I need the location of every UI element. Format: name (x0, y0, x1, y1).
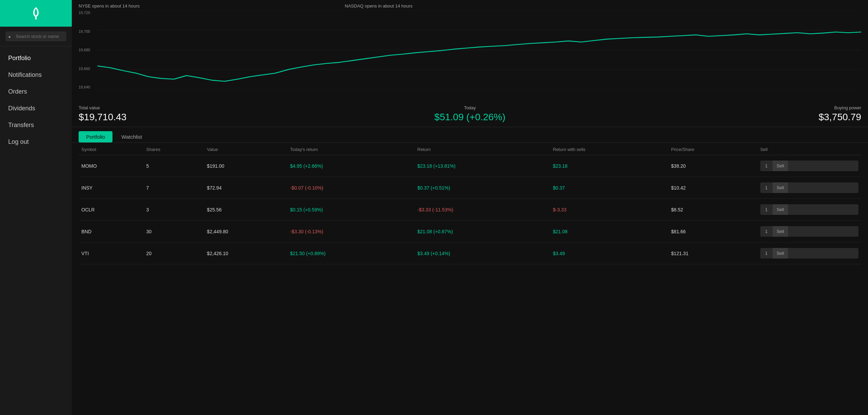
sell-control[interactable]: Sell (760, 226, 858, 237)
cell-shares: 3 (144, 199, 204, 221)
cell-value: $191.00 (204, 155, 287, 177)
cell-symbol: INSY (79, 177, 144, 199)
sell-button[interactable]: Sell (773, 226, 788, 237)
col-value: Value (204, 143, 287, 155)
cell-sell[interactable]: Sell (758, 243, 861, 264)
cell-return-with-sells: $23.18 (550, 155, 668, 177)
col-price-share: Price/Share (668, 143, 758, 155)
sell-quantity-input[interactable] (760, 226, 773, 237)
cell-return: $3.49 (+0.14%) (415, 243, 550, 264)
cell-value: $2,449.80 (204, 221, 287, 243)
sell-control[interactable]: Sell (760, 248, 858, 259)
sell-quantity-input[interactable] (760, 248, 773, 259)
col-return: Return (415, 143, 550, 155)
cell-sell[interactable]: Sell (758, 155, 861, 177)
cell-return-with-sells: $-3.33 (550, 199, 668, 221)
today-value: $51.09 (+0.26%) (339, 112, 600, 123)
cell-symbol: MOMO (79, 155, 144, 177)
chart-container: 19,720 19,700 19,680 19,660 19,640 (79, 11, 861, 89)
cell-today-return: -$3.30 (-0.13%) (287, 221, 414, 243)
buying-power-value: $3,750.79 (600, 112, 861, 123)
cell-symbol: VTI (79, 243, 144, 264)
sell-control[interactable]: Sell (760, 182, 858, 193)
col-symbol: Symbol (79, 143, 144, 155)
cell-return: $21.08 (+0.87%) (415, 221, 550, 243)
sell-quantity-input[interactable] (760, 204, 773, 215)
main-content: NYSE opens in about 14 hours NASDAQ open… (72, 0, 868, 415)
logo (0, 0, 72, 27)
today-label: Today (339, 105, 600, 110)
cell-price-share: $81.66 (668, 221, 758, 243)
portfolio-table-wrap: Symbol Shares Value Today's return Retur… (72, 143, 868, 415)
cell-price-share: $121.31 (668, 243, 758, 264)
y-label-1: 19,700 (79, 29, 97, 33)
sell-button[interactable]: Sell (773, 248, 788, 259)
cell-symbol: OCLR (79, 199, 144, 221)
sell-quantity-input[interactable] (760, 182, 773, 193)
sell-control[interactable]: Sell (760, 204, 858, 215)
sell-button[interactable]: Sell (773, 204, 788, 215)
search-icon: ● (8, 34, 11, 39)
cell-return: -$3.33 (-11.53%) (415, 199, 550, 221)
sell-button[interactable]: Sell (773, 182, 788, 193)
y-label-4: 19,640 (79, 85, 97, 89)
today-block: Today $51.09 (+0.26%) (339, 105, 600, 123)
cell-value: $2,426.10 (204, 243, 287, 264)
cell-sell[interactable]: Sell (758, 221, 861, 243)
cell-shares: 7 (144, 177, 204, 199)
cell-shares: 20 (144, 243, 204, 264)
sell-button[interactable]: Sell (773, 161, 788, 171)
cell-price-share: $38.20 (668, 155, 758, 177)
market-status: NYSE opens in about 14 hours NASDAQ open… (79, 3, 861, 9)
cell-today-return: $21.50 (+0.89%) (287, 243, 414, 264)
cell-symbol: BND (79, 221, 144, 243)
sell-control[interactable]: Sell (760, 161, 858, 171)
cell-value: $72.94 (204, 177, 287, 199)
sidebar-item-logout[interactable]: Log out (0, 134, 72, 150)
sidebar-item-portfolio[interactable]: Portfolio (0, 50, 72, 67)
sidebar-item-transfers[interactable]: Transfers (0, 117, 72, 134)
tabs-row: Portfolio Watchlist (72, 127, 868, 143)
sidebar-item-notifications[interactable]: Notifications (0, 67, 72, 83)
cell-sell[interactable]: Sell (758, 199, 861, 221)
portfolio-table: Symbol Shares Value Today's return Retur… (79, 143, 861, 264)
table-row: BND 30 $2,449.80 -$3.30 (-0.13%) $21.08 … (79, 221, 861, 243)
y-label-2: 19,680 (79, 48, 97, 52)
col-return-with-sells: Return with sells (550, 143, 668, 155)
stats-row: Total value $19,710.43 Today $51.09 (+0.… (72, 99, 868, 127)
total-value: $19,710.43 (79, 112, 339, 123)
sidebar-item-dividends[interactable]: Dividends (0, 100, 72, 117)
y-label-3: 19,660 (79, 67, 97, 71)
sidebar-item-orders[interactable]: Orders (0, 83, 72, 100)
chart-svg-wrapper (97, 11, 861, 89)
nasdaq-status: NASDAQ opens in about 14 hours (345, 3, 413, 9)
tab-portfolio[interactable]: Portfolio (79, 131, 112, 142)
sell-quantity-input[interactable] (760, 161, 773, 171)
search-input[interactable] (5, 31, 66, 41)
cell-return-with-sells: $0.37 (550, 177, 668, 199)
col-sell: Sell (758, 143, 861, 155)
buying-power-block: Buying power $3,750.79 (600, 105, 861, 123)
cell-today-return: $0.15 (+0.59%) (287, 199, 414, 221)
cell-shares: 5 (144, 155, 204, 177)
search-area: ● (0, 27, 72, 46)
table-body: MOMO 5 $191.00 $4.95 (+2.66%) $23.18 (+1… (79, 155, 861, 264)
table-row: INSY 7 $72.94 -$0.07 (-0.10%) $0.37 (+0.… (79, 177, 861, 199)
cell-return: $23.18 (+13.81%) (415, 155, 550, 177)
tab-watchlist[interactable]: Watchlist (114, 131, 149, 142)
y-axis-labels: 19,720 19,700 19,680 19,660 19,640 (79, 11, 97, 89)
chart-area: NYSE opens in about 14 hours NASDAQ open… (72, 0, 868, 99)
robinhood-logo-icon (28, 6, 43, 21)
cell-shares: 30 (144, 221, 204, 243)
table-row: OCLR 3 $25.56 $0.15 (+0.59%) -$3.33 (-11… (79, 199, 861, 221)
sidebar-nav: Portfolio Notifications Orders Dividends… (0, 46, 72, 415)
buying-power-label: Buying power (600, 105, 861, 110)
sidebar: ● Portfolio Notifications Orders Dividen… (0, 0, 72, 415)
table-header: Symbol Shares Value Today's return Retur… (79, 143, 861, 155)
total-value-label: Total value (79, 105, 339, 110)
cell-sell[interactable]: Sell (758, 177, 861, 199)
cell-price-share: $10.42 (668, 177, 758, 199)
table-row: MOMO 5 $191.00 $4.95 (+2.66%) $23.18 (+1… (79, 155, 861, 177)
cell-value: $25.56 (204, 199, 287, 221)
col-shares: Shares (144, 143, 204, 155)
